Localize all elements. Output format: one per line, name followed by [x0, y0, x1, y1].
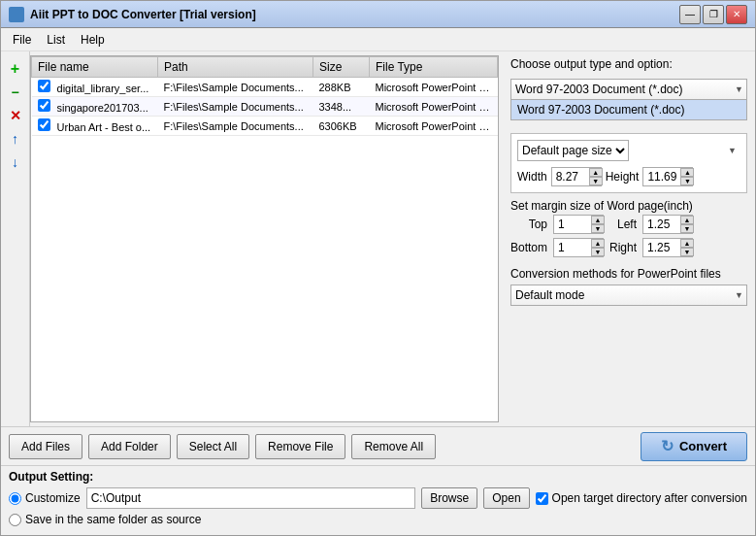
title-bar: Aiit PPT to DOC Converter [Trial version… — [1, 1, 755, 28]
window-controls: — ❐ ✕ — [679, 5, 747, 24]
bottom-spin-down[interactable]: ▼ — [591, 248, 605, 256]
right-input[interactable] — [645, 241, 680, 254]
width-input[interactable] — [554, 170, 589, 184]
conversion-title: Conversion methods for PowerPoint files — [510, 267, 747, 281]
right-spin-arrows: ▲ ▼ — [680, 239, 694, 256]
top-input[interactable] — [556, 218, 591, 231]
open-after-label[interactable]: Open target directory after conversion — [536, 491, 747, 505]
menu-help[interactable]: Help — [73, 31, 113, 49]
output-type-dropdown[interactable]: Word 97-2003 Document (*.doc) — [510, 79, 747, 100]
customize-radio[interactable] — [9, 492, 21, 505]
remove-file-button[interactable]: Remove File — [255, 434, 345, 459]
convert-label: Convert — [679, 439, 727, 453]
down-icon[interactable]: ↓ — [6, 152, 25, 172]
table-row[interactable]: singapore201703... F:\Files\Sample Docum… — [32, 97, 498, 117]
open-after-checkbox[interactable] — [536, 492, 548, 505]
output-path-input[interactable] — [86, 487, 416, 509]
left-spinbox[interactable]: ▲ ▼ — [642, 215, 693, 234]
conversion-mode-dropdown[interactable]: Default mode — [510, 285, 747, 306]
up-icon[interactable]: ↑ — [6, 129, 25, 149]
row-checkbox[interactable] — [38, 118, 50, 131]
left-spin-up[interactable]: ▲ — [680, 216, 694, 224]
same-folder-radio[interactable] — [9, 514, 21, 526]
add-files-button[interactable]: Add Files — [9, 434, 82, 459]
output-customize-row: Customize Browse Open Open target direct… — [9, 487, 747, 509]
height-input[interactable] — [645, 170, 680, 184]
cell-path: F:\Files\Sample Documents... — [158, 78, 313, 97]
height-spinbox[interactable]: ▲ ▼ — [642, 167, 693, 186]
width-label: Width — [517, 170, 547, 184]
cell-filename: Urban Art - Best o... — [32, 117, 158, 136]
top-spin-up[interactable]: ▲ — [591, 216, 605, 224]
margin-bottom-row: Bottom ▲ ▼ Right ▲ ▼ — [510, 238, 747, 257]
left-label: Left — [609, 218, 637, 231]
right-spinbox[interactable]: ▲ ▼ — [642, 238, 693, 257]
restore-button[interactable]: ❐ — [703, 5, 724, 24]
convert-button[interactable]: ↻ Convert — [641, 432, 747, 461]
right-spin-up[interactable]: ▲ — [680, 239, 694, 248]
convert-icon: ↻ — [661, 437, 674, 455]
bottom-label: Bottom — [510, 241, 547, 254]
top-spinbox[interactable]: ▲ ▼ — [553, 215, 604, 234]
settings-title: Choose output type and option: — [510, 57, 747, 71]
left-spin-down[interactable]: ▼ — [680, 224, 694, 233]
top-label: Top — [510, 218, 547, 231]
output-type-container: Word 97-2003 Document (*.doc) Word 97-20… — [510, 79, 747, 100]
bottom-input[interactable] — [556, 241, 591, 254]
minimize-button[interactable]: — — [679, 5, 701, 24]
bottom-spin-up[interactable]: ▲ — [591, 239, 605, 248]
same-folder-radio-label[interactable]: Save in the same folder as source — [9, 513, 201, 526]
minus-icon[interactable]: − — [6, 83, 25, 102]
add-folder-button[interactable]: Add Folder — [88, 434, 171, 459]
height-spin-arrows: ▲ ▼ — [680, 168, 694, 185]
delete-icon[interactable]: ✕ — [6, 106, 25, 125]
close-button[interactable]: ✕ — [726, 5, 747, 24]
menu-list[interactable]: List — [39, 31, 73, 49]
left-input[interactable] — [645, 218, 680, 231]
row-checkbox[interactable] — [38, 80, 50, 92]
col-header-filetype: File Type — [370, 57, 498, 78]
width-spin-down[interactable]: ▼ — [589, 177, 603, 185]
dropdown-option-doc[interactable]: Word 97-2003 Document (*.doc) — [511, 100, 746, 119]
bottom-buttons: Add Files Add Folder Select All Remove F… — [1, 426, 755, 465]
table-row[interactable]: Urban Art - Best o... F:\Files\Sample Do… — [32, 117, 498, 136]
settings-panel: Choose output type and option: Word 97-2… — [503, 51, 755, 426]
main-content: + − ✕ ↑ ↓ File name Path Size File Type — [1, 51, 755, 426]
customize-radio-label[interactable]: Customize — [9, 491, 81, 505]
right-spin-down[interactable]: ▼ — [680, 248, 694, 256]
browse-button[interactable]: Browse — [421, 487, 477, 509]
cell-size: 288KB — [313, 78, 370, 97]
height-label: Height — [606, 170, 640, 184]
app-icon — [9, 7, 24, 22]
margin-title: Set margin size of Word page(inch) — [510, 199, 747, 213]
dropdown-open-list: Word 97-2003 Document (*.doc) — [510, 100, 747, 120]
col-header-filename: File name — [32, 57, 158, 78]
bottom-spinbox[interactable]: ▲ ▼ — [553, 238, 604, 257]
page-size-dropdown[interactable]: Default page size — [517, 140, 629, 161]
table-row[interactable]: digital_library_ser... F:\Files\Sample D… — [32, 78, 498, 97]
output-title: Output Setting: — [9, 470, 747, 484]
col-header-path: Path — [158, 57, 313, 78]
menu-file[interactable]: File — [5, 31, 39, 49]
cell-size: 6306KB — [313, 117, 370, 136]
height-spin-up[interactable]: ▲ — [680, 168, 694, 177]
file-list-area: File name Path Size File Type digital_li… — [30, 51, 503, 426]
remove-all-button[interactable]: Remove All — [351, 434, 436, 459]
file-table[interactable]: File name Path Size File Type digital_li… — [30, 55, 499, 422]
row-checkbox[interactable] — [38, 99, 50, 112]
same-folder-label: Save in the same folder as source — [25, 513, 201, 526]
menu-bar: File List Help — [1, 28, 755, 51]
width-spin-up[interactable]: ▲ — [589, 168, 603, 177]
add-icon[interactable]: + — [6, 59, 25, 79]
margin-section: Set margin size of Word page(inch) Top ▲… — [510, 199, 747, 257]
top-spin-down[interactable]: ▼ — [591, 224, 605, 233]
select-all-button[interactable]: Select All — [177, 434, 249, 459]
left-spin-arrows: ▲ ▼ — [680, 216, 694, 233]
height-spin-down[interactable]: ▼ — [680, 177, 694, 185]
cell-path: F:\Files\Sample Documents... — [158, 117, 313, 136]
page-size-section: Default page size Width ▲ ▼ — [510, 133, 747, 193]
width-spin-arrows: ▲ ▼ — [589, 168, 603, 185]
output-type-dropdown-wrapper: Word 97-2003 Document (*.doc) Word 97-20… — [510, 79, 747, 100]
width-spinbox[interactable]: ▲ ▼ — [551, 167, 602, 186]
open-button[interactable]: Open — [483, 487, 529, 509]
